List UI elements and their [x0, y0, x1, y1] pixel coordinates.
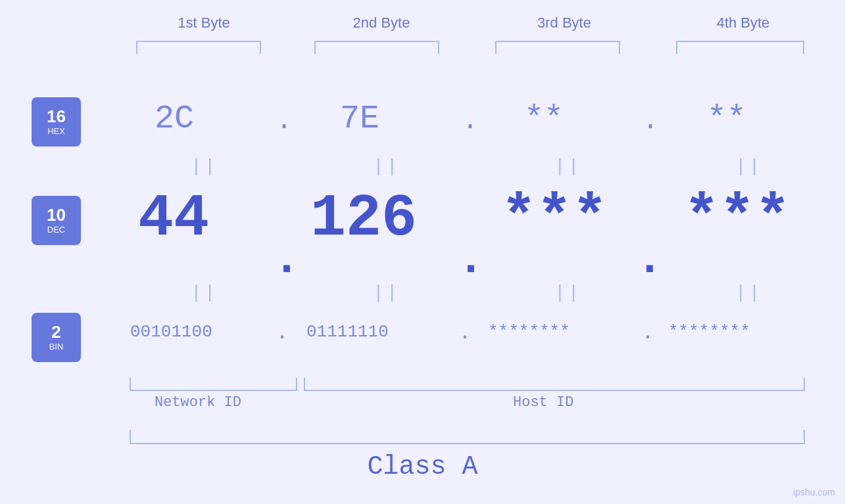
dec-val-4: ***: [684, 185, 790, 252]
hex-sep-1: .: [276, 106, 292, 136]
top-bracket-4: [676, 41, 804, 54]
hex-val-3: **: [524, 100, 564, 137]
top-bracket-1: [136, 41, 261, 54]
dec-sep-2: .: [457, 234, 485, 286]
network-id-label: Network ID: [155, 394, 241, 411]
eq-2-3: ||: [554, 283, 582, 303]
dec-badge-num: 10: [47, 206, 66, 223]
dec-val-3: ***: [501, 185, 608, 252]
eq-2-2: ||: [373, 283, 400, 303]
class-label: Class A: [0, 452, 845, 482]
dec-val-2: 126: [310, 185, 417, 252]
eq-1-4: ||: [735, 156, 763, 177]
hex-val-1: 2C: [155, 100, 194, 137]
byte-header-3: 3rd Byte: [498, 14, 630, 32]
top-bracket-2: [314, 41, 439, 54]
top-bracket-3: [495, 41, 620, 54]
dec-sep-1: .: [273, 234, 301, 286]
main-layout: 1st Byte 2nd Byte 3rd Byte 4th Byte 16 H…: [0, 0, 845, 504]
eq-2-1: ||: [191, 283, 218, 303]
byte-header-2: 2nd Byte: [316, 14, 447, 32]
eq-1-3: ||: [554, 156, 582, 177]
byte-header-4: 4th Byte: [677, 14, 809, 32]
bin-badge-label: BIN: [49, 342, 64, 352]
hex-badge: 16 HEX: [32, 97, 81, 147]
hex-sep-2: .: [462, 106, 478, 136]
bin-val-2: 01111110: [306, 322, 389, 342]
host-id-label: Host ID: [513, 394, 573, 411]
bin-val-3: ********: [488, 322, 570, 342]
hex-badge-num: 16: [47, 108, 66, 125]
hex-val-4: **: [707, 100, 746, 137]
bin-badge-num: 2: [51, 323, 60, 340]
dec-badge-label: DEC: [47, 225, 65, 235]
eq-1-2: ||: [373, 156, 400, 177]
bin-sep-3: .: [642, 322, 654, 344]
byte-header-1: 1st Byte: [138, 14, 270, 32]
bin-sep-2: .: [459, 322, 471, 344]
dec-val-1: 44: [138, 185, 209, 252]
watermark: ipshu.com: [793, 487, 835, 497]
bin-sep-1: .: [276, 322, 288, 344]
bottom-bracket-host: [304, 378, 805, 391]
bin-badge: 2 BIN: [32, 313, 81, 362]
full-bottom-bracket: [130, 430, 805, 444]
dec-badge: 10 DEC: [32, 196, 81, 245]
bin-val-1: 00101100: [130, 322, 212, 342]
eq-2-4: ||: [735, 283, 763, 303]
eq-1-1: ||: [191, 156, 218, 177]
hex-val-2: 7E: [340, 100, 379, 137]
bin-val-4: ********: [668, 322, 750, 342]
hex-sep-3: .: [642, 106, 658, 136]
dec-sep-3: .: [636, 234, 664, 286]
hex-badge-label: HEX: [47, 126, 65, 136]
bottom-bracket-network: [130, 378, 297, 391]
